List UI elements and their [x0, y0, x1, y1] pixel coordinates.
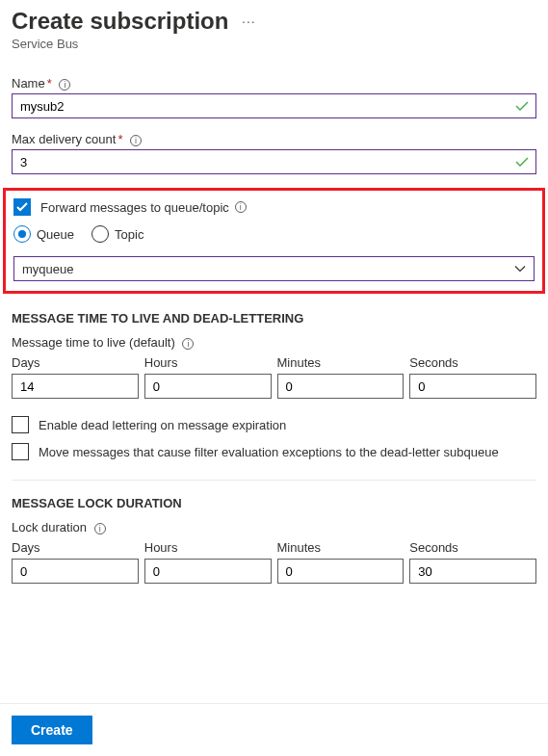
page-title: Create subscription	[12, 8, 228, 35]
lock-section-heading: MESSAGE LOCK DURATION	[12, 496, 536, 510]
dead-letter-checkbox[interactable]	[12, 416, 29, 433]
ttl-hours-label: Hours	[144, 355, 272, 370]
max-delivery-label: Max delivery count	[12, 132, 116, 146]
required-indicator: *	[117, 132, 122, 146]
ttl-hours-input[interactable]	[144, 374, 272, 399]
page-subtitle: Service Bus	[12, 37, 536, 51]
radio-queue-label: Queue	[37, 227, 74, 242]
footer-bar: Create	[0, 703, 548, 756]
lock-sublabel: Lock duration	[12, 520, 87, 534]
ttl-sublabel: Message time to live (default)	[12, 335, 175, 350]
create-button[interactable]: Create	[12, 716, 92, 744]
lock-days-label: Days	[12, 540, 139, 555]
radio-queue[interactable]: Queue	[13, 225, 74, 243]
info-icon[interactable]: i	[235, 201, 247, 213]
ttl-days-input[interactable]	[12, 374, 139, 399]
ttl-minutes-input[interactable]	[277, 374, 404, 399]
forward-messages-section: Forward messages to queue/topic i Queue …	[3, 188, 545, 294]
info-icon[interactable]: i	[94, 523, 106, 534]
ttl-seconds-label: Seconds	[409, 355, 536, 370]
divider	[12, 480, 536, 481]
radio-topic-label: Topic	[115, 227, 144, 242]
max-delivery-input[interactable]	[12, 149, 536, 174]
forward-checkbox[interactable]	[13, 198, 31, 216]
lock-hours-input[interactable]	[144, 559, 272, 584]
info-icon[interactable]: i	[59, 79, 70, 91]
more-actions-button[interactable]: ···	[242, 13, 256, 29]
dead-letter-checkbox-label: Enable dead lettering on message expirat…	[39, 418, 286, 432]
lock-seconds-label: Seconds	[409, 540, 536, 555]
ttl-days-label: Days	[12, 355, 139, 370]
ttl-minutes-label: Minutes	[277, 355, 404, 370]
ttl-section-heading: MESSAGE TIME TO LIVE AND DEAD-LETTERING	[12, 311, 536, 326]
lock-days-input[interactable]	[12, 559, 139, 584]
name-input[interactable]	[12, 93, 536, 118]
valid-check-icon	[515, 157, 529, 167]
lock-hours-label: Hours	[144, 540, 272, 555]
filter-exception-checkbox-label: Move messages that cause filter evaluati…	[39, 445, 499, 459]
lock-minutes-input[interactable]	[277, 559, 404, 584]
radio-topic[interactable]: Topic	[91, 225, 144, 243]
name-label: Name	[12, 76, 45, 91]
chevron-down-icon	[514, 262, 526, 276]
info-icon[interactable]: i	[130, 135, 142, 146]
lock-minutes-label: Minutes	[277, 540, 404, 555]
lock-seconds-input[interactable]	[409, 559, 536, 584]
valid-check-icon	[515, 101, 529, 111]
forward-target-value: myqueue	[22, 262, 73, 276]
info-icon[interactable]: i	[182, 338, 194, 350]
forward-checkbox-label: Forward messages to queue/topic	[40, 200, 229, 215]
required-indicator: *	[47, 76, 52, 91]
filter-exception-checkbox[interactable]	[12, 443, 29, 460]
forward-target-select[interactable]: myqueue	[13, 256, 535, 281]
ttl-seconds-input[interactable]	[409, 374, 536, 399]
